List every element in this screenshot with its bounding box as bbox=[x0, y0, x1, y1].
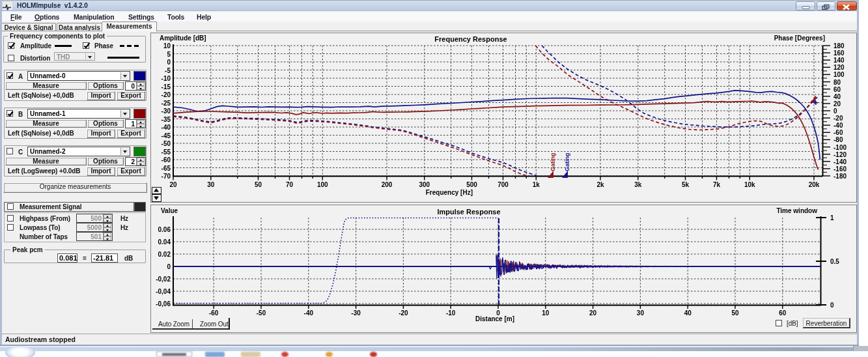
svg-text:0: 0 bbox=[167, 263, 171, 270]
svg-text:0.04: 0.04 bbox=[158, 238, 171, 246]
svg-text:10: 10 bbox=[163, 42, 171, 50]
svg-text:-45: -45 bbox=[161, 132, 171, 139]
svg-text:-20: -20 bbox=[833, 115, 843, 122]
svg-text:0: 0 bbox=[830, 302, 834, 309]
svg-text:2k: 2k bbox=[596, 181, 604, 188]
svg-text:300: 300 bbox=[419, 181, 430, 188]
svg-text:Impulse Response: Impulse Response bbox=[437, 208, 500, 216]
svg-text:40: 40 bbox=[833, 93, 841, 100]
svg-text:-120: -120 bbox=[833, 151, 847, 158]
svg-text:-60: -60 bbox=[833, 129, 843, 136]
svg-text:-100: -100 bbox=[833, 144, 847, 151]
svg-text:Value: Value bbox=[161, 207, 178, 214]
svg-text:-80: -80 bbox=[833, 136, 843, 143]
svg-text:60: 60 bbox=[779, 309, 787, 317]
svg-text:-0,02: -0,02 bbox=[156, 276, 171, 283]
svg-text:20: 20 bbox=[169, 181, 177, 188]
svg-text:-25: -25 bbox=[161, 100, 171, 107]
svg-text:-65: -65 bbox=[161, 165, 171, 172]
svg-text:80: 80 bbox=[833, 79, 841, 86]
svg-text:-40: -40 bbox=[833, 122, 843, 129]
svg-text:0.06: 0.06 bbox=[158, 226, 171, 233]
svg-text:200: 200 bbox=[382, 181, 393, 188]
svg-text:500: 500 bbox=[466, 181, 477, 188]
svg-text:20: 20 bbox=[833, 100, 841, 107]
svg-text:3k: 3k bbox=[634, 181, 642, 188]
svg-text:-35: -35 bbox=[161, 116, 171, 123]
svg-text:20k: 20k bbox=[809, 181, 820, 188]
svg-text:70: 70 bbox=[286, 181, 294, 188]
svg-text:-15: -15 bbox=[161, 83, 171, 91]
svg-text:-160: -160 bbox=[833, 165, 847, 173]
svg-text:160: 160 bbox=[833, 50, 845, 57]
svg-text:-40: -40 bbox=[304, 309, 314, 317]
svg-text:Frequency [Hz]: Frequency [Hz] bbox=[426, 189, 473, 196]
svg-text:40: 40 bbox=[684, 309, 692, 317]
svg-text:Amplitude [dB]: Amplitude [dB] bbox=[160, 35, 206, 42]
svg-text:Distance [m]: Distance [m] bbox=[475, 315, 514, 322]
svg-text:-20: -20 bbox=[161, 91, 171, 98]
svg-text:7k: 7k bbox=[713, 181, 721, 188]
svg-text:1k: 1k bbox=[533, 181, 540, 188]
svg-text:-60: -60 bbox=[209, 309, 219, 317]
svg-text:-0,06: -0,06 bbox=[156, 300, 171, 307]
svg-text:30: 30 bbox=[207, 181, 215, 188]
svg-text:-10: -10 bbox=[446, 309, 456, 317]
svg-text:0: 0 bbox=[167, 59, 171, 66]
svg-text:-30: -30 bbox=[351, 309, 361, 317]
svg-text:30: 30 bbox=[637, 309, 645, 317]
svg-text:5k: 5k bbox=[682, 181, 690, 188]
svg-text:60: 60 bbox=[833, 86, 841, 93]
svg-text:-55: -55 bbox=[161, 149, 171, 156]
svg-text:10k: 10k bbox=[744, 181, 755, 188]
svg-text:1: 1 bbox=[830, 214, 834, 221]
svg-text:50: 50 bbox=[255, 181, 262, 188]
svg-text:140: 140 bbox=[833, 57, 845, 64]
svg-text:100: 100 bbox=[317, 181, 328, 188]
svg-text:50: 50 bbox=[731, 309, 739, 317]
svg-text:0: 0 bbox=[833, 107, 837, 115]
svg-text:Phase [Degrees]: Phase [Degrees] bbox=[774, 35, 825, 42]
svg-text:-0,04: -0,04 bbox=[156, 288, 171, 295]
svg-text:Gating: Gating bbox=[550, 153, 556, 172]
svg-text:Time window: Time window bbox=[776, 207, 817, 214]
svg-text:0.02: 0.02 bbox=[158, 251, 171, 258]
svg-text:-50: -50 bbox=[161, 140, 171, 147]
svg-text:-180: -180 bbox=[833, 173, 847, 180]
svg-text:0.5: 0.5 bbox=[830, 258, 839, 265]
svg-text:-40: -40 bbox=[161, 124, 171, 131]
svg-text:Gating: Gating bbox=[564, 153, 570, 172]
svg-text:700: 700 bbox=[497, 181, 509, 188]
svg-text:-10: -10 bbox=[161, 75, 171, 82]
svg-text:-140: -140 bbox=[833, 158, 847, 165]
svg-text:-60: -60 bbox=[161, 156, 171, 164]
svg-text:20: 20 bbox=[589, 309, 597, 317]
svg-text:100: 100 bbox=[833, 71, 845, 78]
svg-text:5: 5 bbox=[167, 51, 171, 58]
svg-text:10: 10 bbox=[542, 309, 550, 317]
svg-text:-5: -5 bbox=[165, 67, 171, 74]
svg-text:120: 120 bbox=[833, 64, 845, 71]
svg-text:-70: -70 bbox=[161, 173, 171, 180]
svg-text:Frequency Response: Frequency Response bbox=[434, 35, 507, 43]
svg-text:180: 180 bbox=[833, 42, 845, 50]
svg-text:-20: -20 bbox=[399, 309, 408, 317]
svg-text:-30: -30 bbox=[161, 107, 171, 115]
svg-text:-50: -50 bbox=[257, 309, 266, 317]
